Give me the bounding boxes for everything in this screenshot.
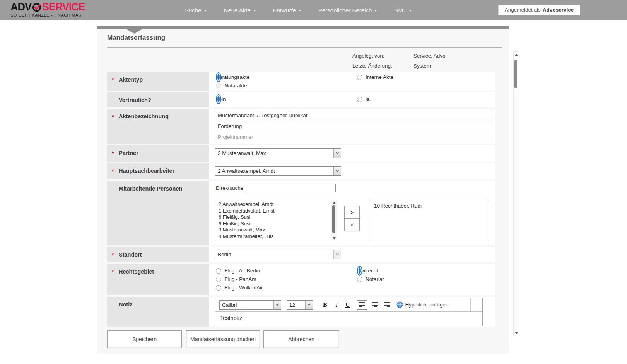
align-center-button[interactable] xyxy=(372,302,378,307)
radio-unselected-icon xyxy=(216,277,221,282)
chevron-down-icon xyxy=(409,10,412,12)
list-item[interactable]: 2 Anwaltsexempel, Arndt xyxy=(219,201,331,208)
logo-tagline: SO GEHT KANZLEI-IT NACH MAß xyxy=(10,13,85,17)
row-mitarbeitende-personen: Mitarbeitende Personen Direktsuche 2 Anw… xyxy=(107,181,495,245)
app-header: ADVSERVICE SO GEHT KANZLEI-IT NACH MAß S… xyxy=(0,0,627,20)
form-scrollbar[interactable] xyxy=(513,51,518,336)
radio-notarakte: Notarakte xyxy=(216,83,247,88)
available-persons-list[interactable]: 2 Anwaltsexempel, Arndt 1 Exempeladvokat… xyxy=(215,200,337,241)
move-left-button[interactable]: < xyxy=(344,218,360,231)
scrollbar-thumb[interactable] xyxy=(332,205,335,233)
radio-selected-icon xyxy=(357,266,362,276)
underline-button[interactable]: U xyxy=(345,301,350,308)
radio-unselected-icon xyxy=(216,268,221,274)
save-button[interactable]: Speichern xyxy=(107,330,182,348)
notiz-content[interactable]: Testnotiz xyxy=(215,312,482,324)
list-item[interactable]: 10 Rechthaber, Rudi xyxy=(374,203,489,209)
radio-zivilrecht[interactable]: Zivilrecht xyxy=(357,268,378,274)
dropdown-arrow-icon xyxy=(305,301,313,309)
scroll-up-icon[interactable] xyxy=(331,201,337,205)
radio-selected-icon xyxy=(216,94,221,104)
direktsuche-label: Direktsuche xyxy=(216,185,243,191)
list-item[interactable]: 6 Fleißig, Susi xyxy=(219,214,331,221)
radio-vertraulich-nein[interactable]: nein xyxy=(216,96,226,102)
nav-neue-akte[interactable]: Neue Akte xyxy=(224,7,256,14)
dropdown-arrow-icon xyxy=(333,167,341,175)
nav-persoenlicher-bereich[interactable]: Persönlicher Bereich xyxy=(318,7,377,14)
assigned-persons-list[interactable]: 10 Rechthaber, Rudi xyxy=(370,200,489,241)
checkmark-circle-icon xyxy=(32,2,42,12)
list-item[interactable]: 6 Fleißig, Susi xyxy=(219,221,331,227)
app-window: ADVSERVICE SO GEHT KANZLEI-IT NACH MAß S… xyxy=(0,0,627,364)
row-rechtsgebiet: * Rechtsgebiet Flug - Air Berlin Flug - … xyxy=(107,264,495,295)
created-by-label: Angelegt von: xyxy=(352,53,384,59)
chevron-down-icon xyxy=(374,10,377,12)
last-changed-label: Letzte Änderung: xyxy=(352,63,392,69)
nav-smt[interactable]: SMT xyxy=(394,7,412,14)
scroll-down-icon[interactable] xyxy=(514,331,519,335)
standort-select: Berlin xyxy=(215,250,341,259)
radio-vertraulich-ja[interactable]: ja xyxy=(357,96,370,102)
created-by-value: Service, Advo xyxy=(413,53,446,59)
partner-select[interactable]: 3 Musteranwalt, Max xyxy=(215,148,341,158)
scroll-up-icon[interactable] xyxy=(514,53,519,57)
nav-suche[interactable]: Suche xyxy=(185,7,207,14)
row-hauptsachbearbeiter: * Hauptsachbearbeiter 2 Anwaltsexempel, … xyxy=(107,163,495,179)
font-size-select[interactable]: 12 xyxy=(287,300,313,310)
record-meta-row: Angelegt von: Service, Advo Letzte Änder… xyxy=(107,51,495,70)
radio-interne-akte[interactable]: Interne Akte xyxy=(357,74,393,80)
dropdown-arrow-icon xyxy=(333,250,341,259)
radio-unselected-icon xyxy=(357,75,362,80)
row-notiz: Notiz Calibri 12 B xyxy=(107,297,495,327)
italic-button[interactable]: I xyxy=(336,301,338,308)
insert-hyperlink-button[interactable]: Hyperlink einfügen xyxy=(405,302,449,308)
move-right-button[interactable]: > xyxy=(344,206,360,219)
dropdown-arrow-icon xyxy=(333,149,341,158)
radio-beratungsakte[interactable]: Beratungsakte xyxy=(216,74,249,80)
cancel-button[interactable]: Abbrechen xyxy=(263,330,339,348)
aktenbezeichnung-zeile2-input[interactable] xyxy=(215,122,490,130)
print-button[interactable]: Mandatserfassung drucken xyxy=(186,330,260,348)
radio-notariat[interactable]: Notariat xyxy=(357,276,384,282)
row-vertraulich: Vertraulich? nein ja xyxy=(107,92,495,107)
chevron-down-icon xyxy=(298,10,301,12)
bold-button[interactable]: B xyxy=(323,301,327,308)
radio-unselected-icon xyxy=(357,97,362,102)
advoservice-logo: ADVSERVICE SO GEHT KANZLEI-IT NACH MAß xyxy=(10,2,85,17)
list-scrollbar[interactable] xyxy=(331,201,337,240)
radio-flug-air-berlin[interactable]: Flug - Air Berlin xyxy=(216,268,260,274)
list-item[interactable]: 4 Mustermitarbeiter, Luis xyxy=(219,233,331,240)
toolbar-divider xyxy=(470,298,471,311)
notiz-editor: Calibri 12 B I U xyxy=(215,298,483,326)
radio-flug-wolkenair[interactable]: Flug - WolkenAir xyxy=(216,285,263,291)
radio-unselected-icon xyxy=(216,285,221,291)
globe-hyperlink-icon xyxy=(396,301,403,308)
row-aktentyp: * Aktentyp Beratungsakte Notarakte Inter… xyxy=(107,72,495,91)
scroll-down-icon[interactable] xyxy=(331,236,337,240)
form-actions: Speichern Mandatserfassung drucken Abbre… xyxy=(107,330,495,348)
logo-text-right: SERVICE xyxy=(42,2,85,12)
projektnummer-input[interactable] xyxy=(215,133,490,141)
logged-in-badge: Angemeldet als Advoservice xyxy=(498,5,580,15)
scrollbar-thumb[interactable] xyxy=(514,60,517,88)
font-family-select[interactable]: Calibri xyxy=(219,300,281,310)
hauptsachbearbeiter-select[interactable]: 2 Anwaltsexempel, Arndt xyxy=(215,166,341,176)
logged-in-user: Advoservice xyxy=(543,7,574,13)
align-left-button[interactable] xyxy=(357,300,367,310)
radio-flug-panam[interactable]: Flug - PanAm xyxy=(216,276,256,282)
list-item[interactable]: 3 Musteranwalt, Max xyxy=(219,227,331,233)
align-left-icon xyxy=(359,302,365,307)
direktsuche-input[interactable] xyxy=(246,184,336,192)
list-item[interactable]: 1 Exempeladvokat, Ernst xyxy=(219,208,331,214)
section-indicator-bar xyxy=(97,26,509,29)
chevron-down-icon xyxy=(253,10,256,12)
align-right-button[interactable] xyxy=(384,302,390,307)
radio-selected-icon xyxy=(216,72,221,82)
nav-entwuerfe[interactable]: Entwürfe xyxy=(273,7,301,14)
last-changed-value: System xyxy=(413,63,431,69)
logo-text-left: ADV xyxy=(10,2,31,12)
title-divider xyxy=(107,47,502,48)
mandate-form-panel: Mandatserfassung Angelegt von: Service, … xyxy=(97,29,509,354)
chevron-down-icon xyxy=(204,10,207,12)
aktenbezeichnung-zeile1-input[interactable] xyxy=(215,111,490,119)
